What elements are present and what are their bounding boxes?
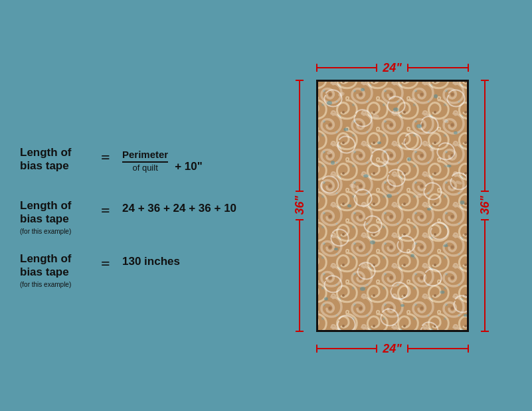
svg-point-15 [343,127,348,131]
meas-line-bottom-right [407,348,469,349]
formula-row-3: Length of bias tape (for this example) =… [20,252,239,292]
svg-point-26 [460,201,464,205]
formula-2-rhs-value: 24 + 36 + 24 + 36 + 10 [122,202,236,215]
formula-2-lhs-sub: (for this example) [20,227,93,236]
svg-point-28 [370,240,375,244]
meas-label-bottom: 24" [377,342,407,356]
meas-line-right-bottom [484,219,486,332]
svg-point-25 [427,208,431,210]
meas-label-top: 24" [377,61,407,75]
measurement-right: 36" [478,80,492,332]
svg-point-14 [434,94,438,98]
svg-point-23 [347,204,351,207]
measurement-bottom: 24" [316,342,469,356]
svg-point-29 [410,254,414,257]
svg-point-19 [331,161,335,165]
formula-1-rhs-top: Perimeter [122,149,168,163]
svg-point-30 [443,244,448,247]
formula-3-equals: = [101,255,114,273]
meas-line-top-right [407,67,469,68]
formula-3-rhs-value: 130 inches [122,255,180,268]
formula-1-lhs-line1: Length of [20,146,93,159]
svg-point-12 [361,88,365,91]
meas-label-right: 36" [478,192,492,219]
svg-point-21 [407,157,411,161]
formula-3-lhs-sub: (for this example) [20,280,93,289]
meas-line-left-bottom [299,219,300,332]
formula-1-equals: = [101,149,114,167]
svg-rect-10 [316,80,469,332]
measurement-top: 24" [316,61,469,75]
quilt-fabric [316,80,469,332]
formula-1-lhs-line2: bias tape [20,159,93,173]
formula-1-rhs-inline: Perimeter of quilt + 10" [122,149,203,174]
meas-line-bottom-left [316,348,378,349]
svg-point-16 [377,141,381,144]
main-container: Length of bias tape = Perimeter of quilt… [0,0,532,411]
svg-point-33 [400,304,404,307]
formulas-panel: Length of bias tape = Perimeter of quilt… [0,133,252,305]
formula-3-lhs-line2: bias tape [20,266,93,279]
formula-row-1: Length of bias tape = Perimeter of quilt… [20,146,239,186]
formula-2-lhs-line1: Length of [20,199,93,212]
meas-label-left: 36" [293,192,307,219]
svg-point-11 [327,101,332,105]
formula-2-lhs-line2: bias tape [20,212,93,226]
svg-point-31 [324,297,328,300]
svg-point-18 [454,131,458,134]
meas-line-left-top [299,80,300,193]
formula-2-lhs: Length of bias tape (for this example) [20,199,93,236]
quilt-panel: 24" 24" 36" 36" [252,0,532,411]
formula-1-rhs-extra: + 10" [175,160,203,173]
svg-point-27 [334,248,338,250]
svg-point-35 [464,314,468,317]
quilt-diagram: 24" 24" 36" 36" [290,46,495,365]
formula-1-rhs-bottom: of quilt [132,163,157,174]
svg-point-34 [440,290,444,293]
formula-3-lhs: Length of bias tape (for this example) [20,252,93,289]
svg-point-32 [360,287,365,291]
formula-2-rhs: 24 + 36 + 24 + 36 + 10 [122,202,236,215]
formula-3-lhs-line1: Length of [20,252,93,266]
formula-1-lhs: Length of bias tape [20,146,93,173]
svg-point-24 [387,194,392,198]
meas-line-right-top [484,80,486,193]
formula-row-2: Length of bias tape (for this example) =… [20,199,239,239]
svg-point-22 [446,165,451,167]
formula-2-equals: = [101,202,114,220]
measurement-left: 36" [293,80,307,332]
formula-1-rhs: Perimeter of quilt + 10" [122,149,203,174]
meas-line-top-left [316,67,378,68]
svg-point-20 [363,174,369,177]
formula-3-rhs: 130 inches [122,255,180,268]
svg-point-17 [416,124,422,128]
svg-point-13 [393,108,399,112]
